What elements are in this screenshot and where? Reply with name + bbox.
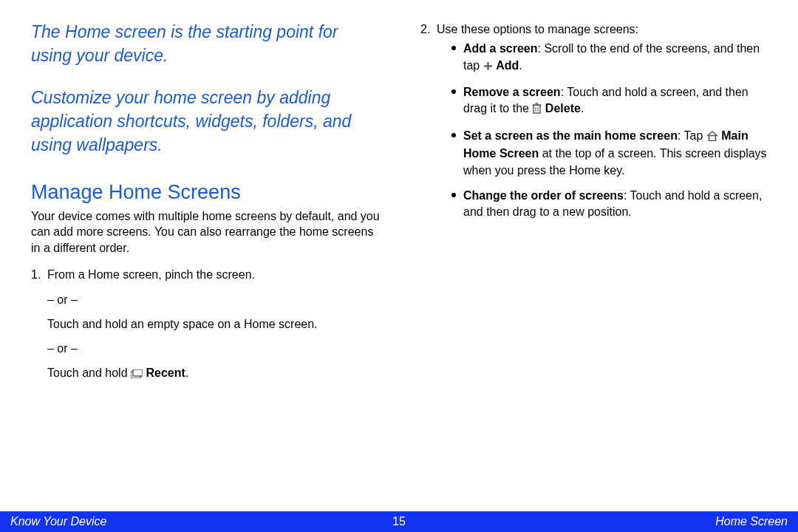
home-icon (706, 129, 718, 146)
bullet-add-screen: Add a screen: Scroll to the end of the s… (451, 41, 771, 75)
right-column: Use these options to manage screens: Add… (420, 21, 771, 390)
step-1-lead: From a Home screen, pinch the screen. (47, 268, 255, 281)
step-list-right: Use these options to manage screens: Add… (420, 21, 771, 221)
bullet-list: Add a screen: Scroll to the end of the s… (451, 41, 771, 221)
section-body: Your device comes with multiple home scr… (31, 208, 382, 256)
step-2: Use these options to manage screens: Add… (420, 21, 771, 221)
svg-rect-9 (709, 135, 715, 140)
bullet-change-order-head: Change the order of screens (463, 189, 624, 202)
svg-rect-4 (533, 106, 540, 114)
section-heading-manage-home-screens: Manage Home Screens (31, 181, 382, 204)
step-1: From a Home screen, pinch the screen. – … (31, 266, 382, 383)
bullet-main-home-head: Set a screen as the main home screen (463, 129, 678, 142)
footer-left: Know Your Device (10, 515, 106, 528)
bullet-add-screen-head: Add a screen (463, 42, 537, 55)
footer-bar: Know Your Device 15 Home Screen (0, 511, 798, 532)
trash-icon (532, 102, 542, 118)
step-1-or-2: – or – (47, 340, 382, 357)
content-columns: The Home screen is the starting point fo… (0, 0, 798, 390)
intro-paragraph-2: Customize your home screen by adding app… (31, 86, 382, 157)
footer-page-number: 15 (392, 515, 406, 528)
step-1-alt-2-pre: Touch and hold (47, 366, 131, 379)
step-1-alt-1: Touch and hold an empty space on a Home … (47, 316, 382, 332)
step-2-lead: Use these options to manage screens: (437, 23, 638, 35)
footer-right: Home Screen (715, 515, 788, 528)
bullet-main-home-pre: : Tap (678, 129, 706, 142)
step-1-alt-2-icon-label: Recent (146, 366, 185, 379)
intro-paragraph-1: The Home screen is the starting point fo… (31, 21, 382, 67)
plus-icon (483, 59, 493, 75)
period: . (185, 366, 188, 379)
bullet-add-screen-post: . (519, 59, 522, 72)
bullet-remove-screen: Remove a screen: Touch and hold a screen… (451, 84, 771, 119)
bullet-remove-screen-head: Remove a screen (463, 86, 561, 98)
bullet-change-order: Change the order of screens: Touch and h… (451, 188, 771, 221)
step-1-or-1: – or – (47, 291, 382, 308)
recent-icon (131, 366, 143, 383)
svg-rect-1 (133, 369, 143, 376)
step-1-alt-2: Touch and hold Recent. (47, 364, 382, 383)
manual-page: The Home screen is the starting point fo… (0, 0, 798, 532)
bullet-add-screen-label: Add (496, 59, 519, 72)
bullet-remove-screen-post: . (581, 102, 584, 115)
bullet-remove-screen-label: Delete (545, 102, 581, 115)
bullet-main-home-screen: Set a screen as the main home screen: Ta… (451, 128, 771, 179)
left-column: The Home screen is the starting point fo… (31, 21, 382, 390)
step-list-left: From a Home screen, pinch the screen. – … (31, 266, 382, 383)
